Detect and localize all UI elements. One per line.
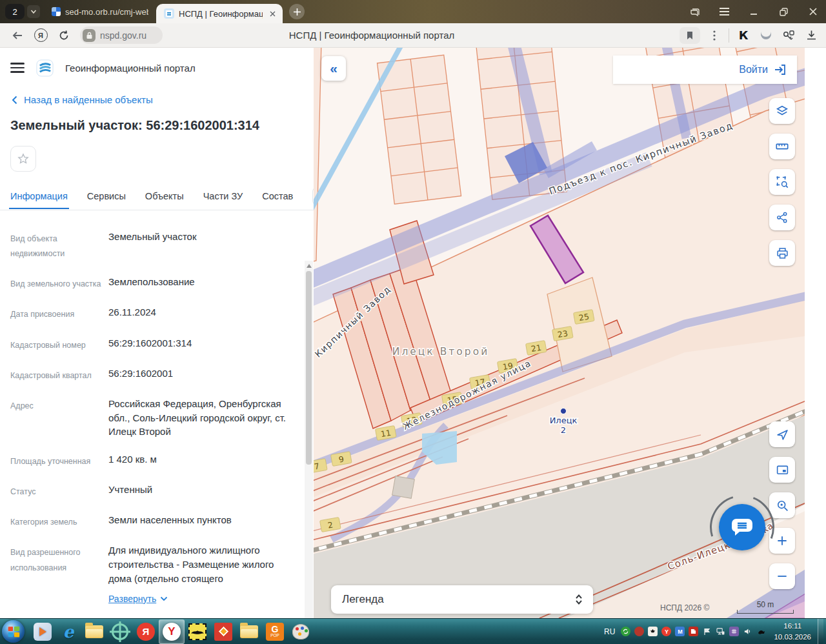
lock-icon[interactable] [83, 29, 96, 42]
kinopoisk-icon[interactable]: К [735, 27, 752, 44]
map-viewport[interactable]: 25 23 21 19 17 15 13 11 9 7 2 Подъезд к … [314, 48, 805, 618]
tab-close-icon[interactable] [267, 8, 277, 19]
share-button[interactable] [769, 205, 795, 230]
panel-header: Геоинформационный портал [0, 48, 314, 79]
taskbar-gpop-app[interactable]: GPOP [262, 619, 288, 644]
zoom-out-button[interactable] [769, 563, 795, 589]
taskbar-yandex[interactable]: Я [133, 619, 159, 644]
tray-update-icon[interactable] [621, 627, 630, 636]
taskbar-gis-app[interactable] [107, 619, 133, 644]
tray-pdf-icon[interactable] [689, 627, 698, 636]
house-badge: 11 [380, 428, 392, 439]
layers-icon [775, 104, 789, 118]
info-row: Категория земельЗемли населенных пунктов [10, 513, 294, 530]
clock-date: 10.03.2026 [774, 632, 811, 642]
panel-tabs: Информация Сервисы Объекты Части ЗУ Сост… [0, 182, 314, 210]
area-search-button[interactable] [769, 169, 795, 195]
browser-tab-inactive[interactable]: sed-mo.orb.ru/cmj-web/? [52, 7, 148, 17]
tab-composition[interactable]: Состав [261, 183, 294, 209]
scroll-up-icon[interactable] [307, 264, 312, 268]
print-button[interactable] [769, 240, 795, 266]
map-scale: 50 m [737, 600, 794, 614]
map-tools-top [769, 98, 795, 266]
address-bar[interactable]: nspd.gov.ru [80, 26, 163, 44]
layers-button[interactable] [769, 98, 795, 124]
tab-information[interactable]: Информация [9, 183, 69, 209]
object-info-panel: Геоинформационный портал Назад в найденн… [0, 48, 314, 618]
tray-grid-icon[interactable] [729, 627, 739, 636]
tab-services[interactable]: Сервисы [86, 183, 127, 209]
info-row: Вид земельного участкаЗемлепользование [10, 275, 294, 292]
house-badge: 21 [530, 343, 542, 354]
info-list: Вид объекта недвижимостиЗемельный участо… [0, 210, 314, 644]
chat-bubble-icon [730, 516, 754, 539]
reload-icon[interactable] [55, 27, 72, 44]
house-badge: 25 [578, 312, 590, 323]
bookmark-flag-icon[interactable] [680, 27, 700, 44]
back-icon[interactable] [9, 27, 26, 44]
side-panels-icon[interactable] [688, 5, 701, 18]
tray-pointer-icon[interactable] [756, 627, 766, 636]
taskbar-batman-app[interactable] [185, 619, 210, 644]
downloads-icon[interactable] [803, 27, 820, 44]
taskbar-media-player[interactable] [30, 619, 55, 644]
tab-group-chip[interactable]: 2 [5, 4, 25, 19]
tab-group-chevron-icon[interactable] [27, 5, 40, 18]
login-icon [774, 63, 787, 76]
browser-tab-active[interactable]: НСПД | Геоинформаци [156, 4, 283, 23]
taskbar-file-explorer-2[interactable] [236, 619, 262, 644]
restore-icon[interactable] [777, 5, 790, 18]
overview-map-button[interactable] [769, 457, 795, 483]
map-tools-bottom [769, 421, 795, 589]
info-row: Кадастровый номер56:29:1602001:314 [10, 336, 294, 353]
login-bar[interactable]: Войти [613, 55, 797, 84]
panel-scrollbar[interactable] [305, 261, 313, 644]
collapse-icon: « [330, 61, 337, 76]
expand-link[interactable]: Развернуть [108, 592, 294, 605]
tray-red-icon[interactable] [634, 627, 644, 636]
passwords-icon[interactable] [780, 27, 797, 44]
start-button[interactable] [2, 620, 25, 643]
locate-button[interactable] [769, 421, 795, 447]
plus-icon [776, 534, 789, 547]
station-label-2: 2 [561, 425, 566, 435]
tab-parts[interactable]: Части ЗУ [202, 183, 245, 209]
print-icon [776, 247, 789, 260]
new-tab-button[interactable] [289, 4, 305, 19]
favorite-button[interactable] [10, 146, 36, 172]
yandex-button[interactable]: Я [32, 27, 49, 44]
legend-bar[interactable]: Легенда [331, 585, 593, 614]
measure-button[interactable] [769, 134, 795, 159]
chat-button[interactable] [719, 504, 765, 550]
collapse-panel-button[interactable]: « [321, 56, 346, 81]
taskbar-paint-app[interactable] [288, 619, 314, 644]
minimize-icon[interactable] [747, 5, 760, 18]
tray-emblem-icon[interactable] [648, 627, 658, 636]
tray-network-icon[interactable] [716, 627, 725, 636]
taskbar-internet-explorer[interactable]: e [55, 619, 81, 644]
language-indicator[interactable]: RU [604, 627, 615, 636]
right-margin-strip [805, 48, 826, 618]
info-row: Площадь уточненная1 420 кв. м [10, 452, 294, 469]
tray-flag-icon[interactable] [702, 627, 712, 636]
kebab-menu-icon[interactable] [706, 27, 723, 44]
tray-yandex-icon[interactable]: Y [661, 627, 671, 636]
ruler-icon [775, 139, 789, 154]
taskbar-file-explorer[interactable] [81, 619, 107, 644]
back-to-results-link[interactable]: Назад в найденные объекты [12, 94, 314, 105]
tray-mail-icon[interactable]: M [675, 627, 685, 636]
taskbar-yandex-browser-active[interactable]: Y [159, 619, 185, 644]
menu-icon[interactable] [718, 5, 730, 18]
tab-objects[interactable]: Объекты [144, 183, 185, 209]
tray-volume-icon[interactable] [743, 627, 752, 636]
scrollbar-thumb[interactable] [306, 271, 312, 465]
close-window-icon[interactable] [807, 5, 820, 18]
scale-label: 50 m [737, 600, 794, 609]
search-location-button[interactable] [769, 492, 795, 518]
hamburger-menu-icon[interactable] [10, 63, 25, 72]
taskbar-clock[interactable]: 16:11 10.03.2026 [774, 621, 811, 641]
taskbar-red-diamond-app[interactable] [210, 619, 236, 644]
app-title: Геоинформационный портал [65, 63, 196, 74]
alice-icon[interactable] [758, 27, 774, 44]
show-desktop-button[interactable] [818, 619, 823, 644]
